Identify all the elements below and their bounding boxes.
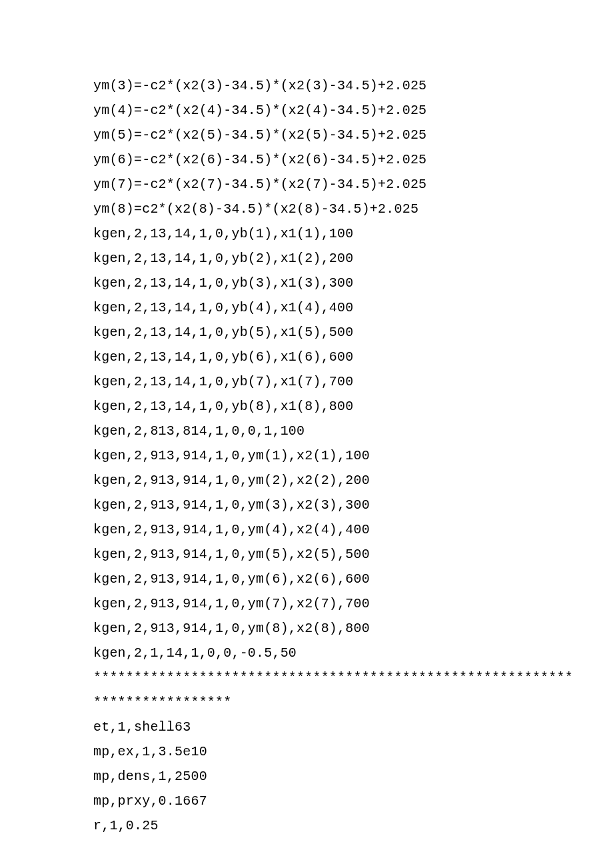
code-line: kgen,2,913,914,1,0,ym(4),x2(4),400 [93,517,520,542]
code-line: kgen,2,913,914,1,0,ym(2),x2(2),200 [93,468,520,493]
code-line: kgen,2,13,14,1,0,yb(8),x1(8),800 [93,394,520,419]
code-line: kgen,2,13,14,1,0,yb(7),x1(7),700 [93,369,520,394]
code-line: kgen,2,913,914,1,0,ym(1),x2(1),100 [93,443,520,468]
code-line: kgen,2,13,14,1,0,yb(5),x1(5),500 [93,320,520,345]
code-line: kgen,2,13,14,1,0,yb(2),x1(2),200 [93,246,520,271]
code-line: kgen,2,13,14,1,0,yb(3),x1(3),300 [93,271,520,295]
code-line: ym(8)=c2*(x2(8)-34.5)*(x2(8)-34.5)+2.025 [93,197,520,221]
code-line: kgen,2,13,14,1,0,yb(6),x1(6),600 [93,345,520,369]
code-line: kgen,2,913,914,1,0,ym(5),x2(5),500 [93,542,520,567]
code-line: kgen,2,13,14,1,0,yb(1),x1(1),100 [93,221,520,246]
code-line: kgen,2,913,914,1,0,ym(7),x2(7),700 [93,591,520,616]
code-line: kgen,2,913,914,1,0,ym(6),x2(6),600 [93,567,520,591]
code-line: mp,dens,1,2500 [93,764,520,789]
code-line: ym(6)=-c2*(x2(6)-34.5)*(x2(6)-34.5)+2.02… [93,147,520,172]
code-line: kgen,2,913,914,1,0,ym(8),x2(8),800 [93,616,520,641]
code-line: r,1,0.25 [93,813,520,838]
code-line: mp,prxy,0.1667 [93,789,520,813]
code-line: ****************************************… [93,665,520,690]
code-line: ym(5)=-c2*(x2(5)-34.5)*(x2(5)-34.5)+2.02… [93,123,520,147]
document-page: ym(3)=-c2*(x2(3)-34.5)*(x2(3)-34.5)+2.02… [0,0,613,868]
code-line: et,1,shell63 [93,715,520,739]
code-line: ym(3)=-c2*(x2(3)-34.5)*(x2(3)-34.5)+2.02… [93,73,520,98]
code-line: mp,ex,1,3.5e10 [93,739,520,764]
code-line: kgen,2,913,914,1,0,ym(3),x2(3),300 [93,493,520,517]
code-line: kgen,2,813,814,1,0,0,1,100 [93,419,520,443]
code-line: kgen,2,1,14,1,0,0,-0.5,50 [93,641,520,665]
code-line: ym(4)=-c2*(x2(4)-34.5)*(x2(4)-34.5)+2.02… [93,98,520,123]
code-line: ym(7)=-c2*(x2(7)-34.5)*(x2(7)-34.5)+2.02… [93,172,520,197]
code-line: ***************** [93,690,520,715]
code-line: kgen,2,13,14,1,0,yb(4),x1(4),400 [93,295,520,320]
